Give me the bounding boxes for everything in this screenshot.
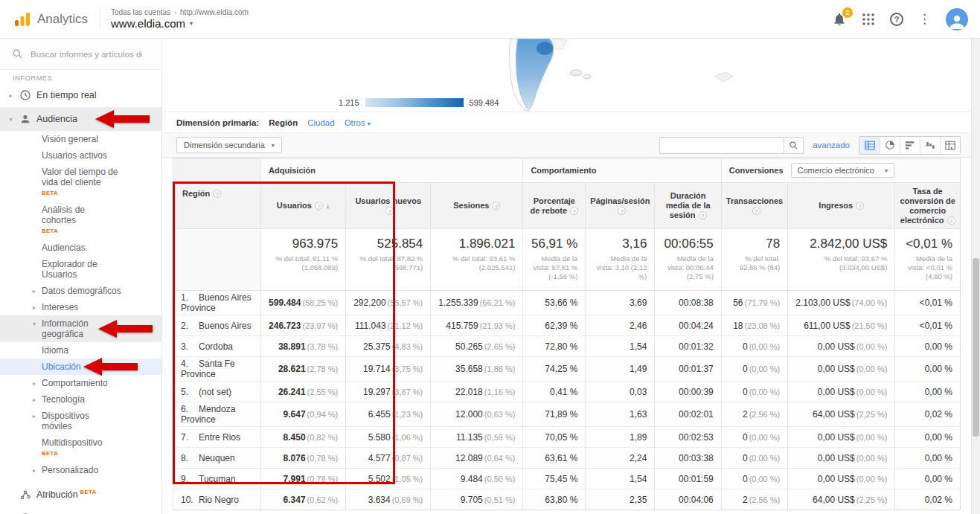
- breadcrumb-property[interactable]: http://www.eldia.com: [180, 8, 249, 16]
- help-icon[interactable]: ?: [699, 211, 707, 219]
- sidebar-item-datos-demograficos[interactable]: ▸ Datos demográficos: [0, 283, 161, 299]
- column-header-sesiones[interactable]: Sesiones?: [431, 183, 523, 229]
- table-row[interactable]: 8.Neuquen 8.076(0,78 %) 4.577(0,87 %) 12…: [173, 448, 961, 469]
- cell-region: 2.Buenos Aires: [173, 315, 261, 336]
- breadcrumb-all-accounts[interactable]: Todas las cuentas: [111, 8, 170, 16]
- sidebar-item-en-tiempo-real[interactable]: ▸ En tiempo real: [0, 83, 161, 107]
- table-row[interactable]: 3.Cordoba 38.891(3,78 %) 25.375(4,83 %) …: [173, 336, 961, 357]
- column-header-porcentaje-rebote[interactable]: Porcentaje de rebote?: [523, 183, 586, 229]
- cell-transacciones: 2(2,56 %): [721, 402, 787, 427]
- sidebar-item-tecnologia[interactable]: ▸ Tecnología: [0, 391, 161, 408]
- more-options-button[interactable]: ⋮: [918, 11, 931, 27]
- sidebar-item-audiencia[interactable]: ▾ Audiencia: [0, 107, 161, 131]
- help-icon[interactable]: ?: [213, 190, 221, 198]
- ecommerce-type-select[interactable]: Comercio electrónico ▾: [791, 163, 894, 178]
- column-header-duracion-media[interactable]: Duración media de la sesión?: [655, 183, 721, 229]
- table-row[interactable]: 9.Tucuman 7.991(0,78 %) 5.502(1,05 %) 9.…: [173, 469, 961, 489]
- performance-view-icon[interactable]: [900, 137, 920, 154]
- column-header-region[interactable]: Región?: [173, 158, 261, 229]
- table-row[interactable]: 4.Santa Fe Province 28.621(2,78 %) 19.71…: [173, 357, 961, 382]
- column-header-usuarios-nuevos[interactable]: Usuarios nuevos?: [346, 183, 431, 229]
- primary-dimension-other[interactable]: Otros▾: [345, 118, 371, 127]
- cell-transacciones: 0(0,00 %): [721, 448, 787, 469]
- question-mark-icon: ?: [894, 15, 900, 24]
- chevron-down-icon: ▾: [885, 167, 888, 174]
- region-link[interactable]: Buenos Aires: [199, 321, 252, 331]
- region-link[interactable]: Rio Negro: [199, 495, 239, 505]
- region-link[interactable]: Tucuman: [199, 474, 236, 484]
- sidebar-item-comportamiento[interactable]: ▸ Comportamiento: [0, 375, 161, 391]
- apps-grid-button[interactable]: [862, 13, 875, 26]
- cell-ingresos: 0,00 US$(0,00 %): [788, 427, 895, 448]
- sidebar-item-dispositivos-moviles[interactable]: ▸ Dispositivos móviles: [0, 408, 161, 434]
- sidebar-item-explorador-usuarios[interactable]: Explorador de Usuarios: [0, 256, 161, 283]
- cell-porcentaje-rebote: 62,39 %: [523, 315, 586, 336]
- percentage-view-icon[interactable]: [880, 137, 900, 154]
- buenos-aires-region-shape[interactable]: [537, 42, 553, 55]
- geo-map[interactable]: 1.215 599.484: [162, 39, 980, 112]
- sort-descending-icon[interactable]: ↓: [326, 201, 330, 210]
- primary-dimension-city[interactable]: Ciudad: [307, 118, 334, 127]
- table-row[interactable]: 1.Buenos Aires Province 599.484(58,25 %)…: [173, 291, 961, 315]
- comparison-view-icon[interactable]: [920, 137, 940, 154]
- chevron-down-icon: ▾: [368, 121, 371, 127]
- sidebar-item-audiencias[interactable]: Audiencias: [0, 240, 161, 256]
- vertical-scrollbar[interactable]: [971, 39, 980, 514]
- help-icon[interactable]: ?: [618, 207, 626, 215]
- table-row[interactable]: 5.(not set) 26.241(2,55 %) 19.297(3,67 %…: [173, 382, 961, 402]
- primary-dimension-region[interactable]: Región: [269, 118, 298, 127]
- notifications-button[interactable]: 2: [832, 12, 847, 27]
- cell-ingresos: 64,00 US$(2,25 %): [788, 402, 895, 427]
- column-header-tasa-conversion[interactable]: Tasa de conversión de comercio electróni…: [895, 183, 961, 229]
- column-header-ingresos[interactable]: Ingresos?: [788, 183, 895, 229]
- sidebar-item-multidispositivo[interactable]: Multidispositivo BETA: [0, 434, 161, 462]
- table-search-input[interactable]: [659, 137, 784, 154]
- table-row[interactable]: 10.Rio Negro 6.347(0,62 %) 3.634(0,69 %)…: [173, 489, 961, 510]
- column-header-paginas-sesion[interactable]: Páginas/sesión?: [586, 183, 655, 229]
- neighbor-country-shape: [551, 39, 567, 49]
- sidebar-item-idioma[interactable]: Idioma: [0, 342, 161, 359]
- analytics-brand[interactable]: Analytics: [13, 10, 98, 28]
- scrollbar-thumb[interactable]: [973, 258, 979, 437]
- table-search-button[interactable]: [784, 137, 804, 154]
- breadcrumb[interactable]: Todas las cuentas › http://www.eldia.com: [111, 8, 249, 16]
- help-icon[interactable]: ?: [570, 207, 578, 215]
- column-header-transacciones[interactable]: Transacciones?: [721, 183, 787, 229]
- help-button[interactable]: ?: [890, 13, 903, 26]
- sidebar-item-analisis-cohortes[interactable]: Análisis de cohortes BETA: [0, 202, 161, 240]
- sidebar-item-valor-tiempo-vida[interactable]: Valor del tiempo de vida del cliente BET…: [0, 164, 161, 202]
- help-icon[interactable]: ?: [752, 207, 760, 215]
- help-icon[interactable]: ?: [856, 202, 864, 210]
- sidebar-item-atribucion[interactable]: AtribuciónBETA: [0, 483, 161, 507]
- cell-usuarios: 599.484(58,25 %): [261, 291, 346, 315]
- help-icon[interactable]: ?: [492, 202, 500, 210]
- sidebar-search[interactable]: [0, 39, 161, 70]
- region-link[interactable]: Entre Rios: [199, 432, 240, 443]
- secondary-dimension-button[interactable]: Dimensión secundaria ▾: [176, 137, 282, 153]
- sidebar-item-personalizado[interactable]: ▸ Personalizado: [0, 462, 161, 478]
- avatar[interactable]: [946, 8, 968, 30]
- beta-badge: BETA: [42, 226, 121, 237]
- table-view-icon[interactable]: [859, 137, 880, 154]
- help-icon[interactable]: ?: [315, 202, 323, 210]
- account-selector[interactable]: www.eldia.com ▾: [111, 17, 249, 30]
- column-header-usuarios[interactable]: Usuarios?↓: [261, 183, 346, 229]
- sidebar-search-input[interactable]: [31, 50, 142, 59]
- table-row[interactable]: 7.Entre Rios 8.450(0,82 %) 5.580(1,06 %)…: [173, 427, 961, 448]
- sidebar-item-ubicacion[interactable]: Ubicación: [0, 359, 161, 375]
- view-switcher: [859, 136, 961, 155]
- help-icon[interactable]: ?: [947, 216, 955, 225]
- sidebar-item-descubrir[interactable]: Descubrir: [0, 507, 161, 514]
- table-row[interactable]: 2.Buenos Aires 246.723(23,97 %) 111.043(…: [173, 315, 961, 336]
- sidebar-item-intereses[interactable]: ▸ Intereses: [0, 299, 161, 315]
- pivot-view-icon[interactable]: [940, 137, 960, 154]
- sidebar-item-usuarios-activos[interactable]: Usuarios activos: [0, 147, 161, 164]
- sidebar-item-informacion-geografica[interactable]: ▾ Información geográfica: [0, 315, 161, 342]
- region-link[interactable]: Neuquen: [199, 453, 235, 463]
- region-link[interactable]: (not set): [199, 387, 231, 397]
- region-link[interactable]: Cordoba: [199, 341, 233, 352]
- help-icon[interactable]: ?: [385, 207, 394, 215]
- table-row[interactable]: 6.Mendoza Province 9.647(0,94 %) 6.455(1…: [173, 402, 961, 427]
- advanced-search-link[interactable]: avanzado: [813, 141, 850, 150]
- sidebar-item-vision-general[interactable]: Visión general: [0, 131, 161, 147]
